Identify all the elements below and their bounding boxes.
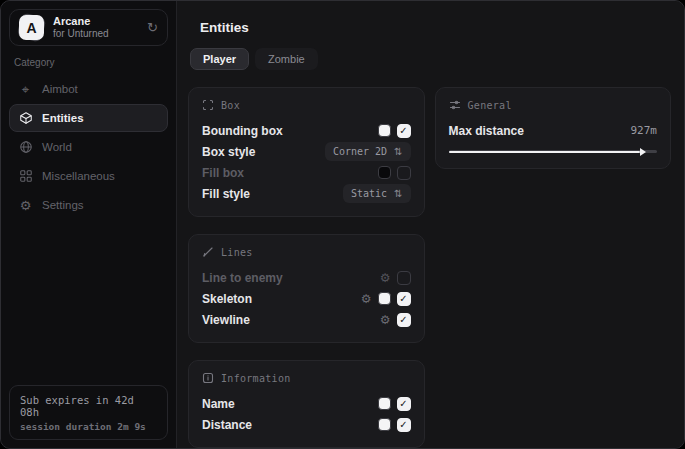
info-square-icon <box>202 372 214 384</box>
setting-label: Max distance <box>449 124 524 138</box>
main-panel: Entities Player Zombie Box Bounding box <box>178 1 684 448</box>
category-label: Category <box>14 57 176 68</box>
setting-label: Skeleton <box>202 292 252 306</box>
sidebar: A Arcane for Unturned ↻ Category ⌖ Aimbo… <box>1 1 177 448</box>
sidebar-item-aimbot[interactable]: ⌖ Aimbot <box>9 75 168 103</box>
page-title: Entities <box>200 20 671 35</box>
sidebar-nav: ⌖ Aimbot Entities World Miscellaneous <box>1 75 176 219</box>
globe-icon <box>18 140 33 154</box>
setting-row-box-style: Box style Corner 2D ⇅ <box>202 141 411 162</box>
setting-label: Name <box>202 397 235 411</box>
app-name: Arcane <box>53 15 138 28</box>
tab-bar: Player Zombie <box>190 48 671 70</box>
sidebar-item-world[interactable]: World <box>9 133 168 161</box>
general-section: General Max distance 927m <box>435 87 672 169</box>
app-subtitle: for Unturned <box>53 28 138 40</box>
setting-label: Distance <box>202 418 252 432</box>
crosshair-icon: ⌖ <box>18 83 33 96</box>
setting-row-skeleton: Skeleton ⚙ <box>202 288 411 309</box>
row-controls <box>378 397 411 411</box>
box-style-select[interactable]: Corner 2D ⇅ <box>325 142 411 161</box>
color-swatch[interactable] <box>378 124 391 137</box>
lines-section-header: Lines <box>202 246 411 258</box>
setting-row-line-to-enemy: Line to enemy ⚙ <box>202 267 411 288</box>
color-swatch[interactable] <box>378 166 391 179</box>
session-duration-text: session duration 2m 9s <box>20 421 157 432</box>
checkbox[interactable] <box>397 397 411 411</box>
gear-icon[interactable]: ⚙ <box>361 293 372 305</box>
sidebar-item-miscellaneous[interactable]: Miscellaneous <box>9 162 168 190</box>
pencil-line-icon <box>202 246 214 258</box>
subscription-info: Sub expires in 42d 08h session duration … <box>9 385 168 440</box>
setting-label: Line to enemy <box>202 271 283 285</box>
color-swatch[interactable] <box>378 397 391 410</box>
information-section: Information Name Distance <box>188 360 425 448</box>
checkbox[interactable] <box>397 292 411 306</box>
box-section-header: Box <box>202 99 411 111</box>
general-section-header: General <box>449 99 658 111</box>
app-window: A Arcane for Unturned ↻ Category ⌖ Aimbo… <box>0 0 685 449</box>
section-title: General <box>468 100 512 111</box>
color-swatch[interactable] <box>378 418 391 431</box>
setting-label: Fill box <box>202 166 244 180</box>
max-distance-slider[interactable] <box>449 147 658 156</box>
scan-icon <box>202 99 214 111</box>
sidebar-item-label: Aimbot <box>42 83 78 95</box>
sidebar-item-label: Settings <box>42 199 84 211</box>
setting-row-name: Name <box>202 393 411 414</box>
section-title: Information <box>221 373 291 384</box>
sidebar-item-entities[interactable]: Entities <box>9 104 168 132</box>
setting-label: Fill style <box>202 187 250 201</box>
sidebar-item-settings[interactable]: ⚙ Settings <box>9 191 168 219</box>
chevrons-up-down-icon: ⇅ <box>394 188 402 199</box>
row-controls: ⚙ <box>380 313 411 327</box>
tab-zombie[interactable]: Zombie <box>255 48 318 70</box>
sliders-icon <box>449 99 461 111</box>
checkbox[interactable] <box>397 271 411 285</box>
grid-icon <box>18 169 33 183</box>
setting-label: Bounding box <box>202 124 283 138</box>
checkbox[interactable] <box>397 418 411 432</box>
row-controls: Corner 2D ⇅ <box>325 142 411 161</box>
brand-text: Arcane for Unturned <box>53 15 138 39</box>
lines-section: Lines Line to enemy ⚙ Skeleton ⚙ <box>188 234 425 343</box>
right-column: General Max distance 927m <box>435 87 672 169</box>
sidebar-item-label: World <box>42 141 72 153</box>
row-controls: Static ⇅ <box>343 184 411 203</box>
left-column: Box Bounding box Box style Cor <box>188 87 425 448</box>
section-title: Lines <box>221 247 253 258</box>
gear-icon[interactable]: ⚙ <box>380 272 391 284</box>
select-value: Static <box>351 188 387 199</box>
chevrons-up-down-icon: ⇅ <box>394 146 402 157</box>
row-controls: ⚙ <box>361 292 411 306</box>
box-section: Box Bounding box Box style Cor <box>188 87 425 217</box>
sidebar-item-label: Entities <box>42 112 84 124</box>
setting-row-fill-box: Fill box <box>202 162 411 183</box>
tab-player[interactable]: Player <box>190 48 249 70</box>
setting-label: Viewline <box>202 313 250 327</box>
gear-icon: ⚙ <box>18 199 33 212</box>
row-controls: ⚙ <box>380 271 411 285</box>
gear-icon[interactable]: ⚙ <box>380 314 391 326</box>
setting-row-viewline: Viewline ⚙ <box>202 309 411 330</box>
app-logo: A <box>19 15 44 40</box>
logo-letter: A <box>19 15 44 40</box>
checkbox[interactable] <box>397 124 411 138</box>
fill-style-select[interactable]: Static ⇅ <box>343 184 411 203</box>
checkbox[interactable] <box>397 166 411 180</box>
setting-row-fill-style: Fill style Static ⇅ <box>202 183 411 204</box>
sidebar-item-label: Miscellaneous <box>42 170 115 182</box>
sync-icon[interactable]: ↻ <box>147 20 158 35</box>
setting-row-max-distance: Max distance 927m <box>449 120 658 141</box>
row-controls <box>378 418 411 432</box>
section-title: Box <box>221 100 240 111</box>
checkbox[interactable] <box>397 313 411 327</box>
setting-label: Box style <box>202 145 255 159</box>
row-controls <box>378 166 411 180</box>
cube-icon <box>18 111 33 125</box>
select-value: Corner 2D <box>333 146 387 157</box>
setting-row-distance: Distance <box>202 414 411 435</box>
setting-row-bounding-box: Bounding box <box>202 120 411 141</box>
color-swatch[interactable] <box>378 292 391 305</box>
brand-card: A Arcane for Unturned ↻ <box>9 9 168 46</box>
